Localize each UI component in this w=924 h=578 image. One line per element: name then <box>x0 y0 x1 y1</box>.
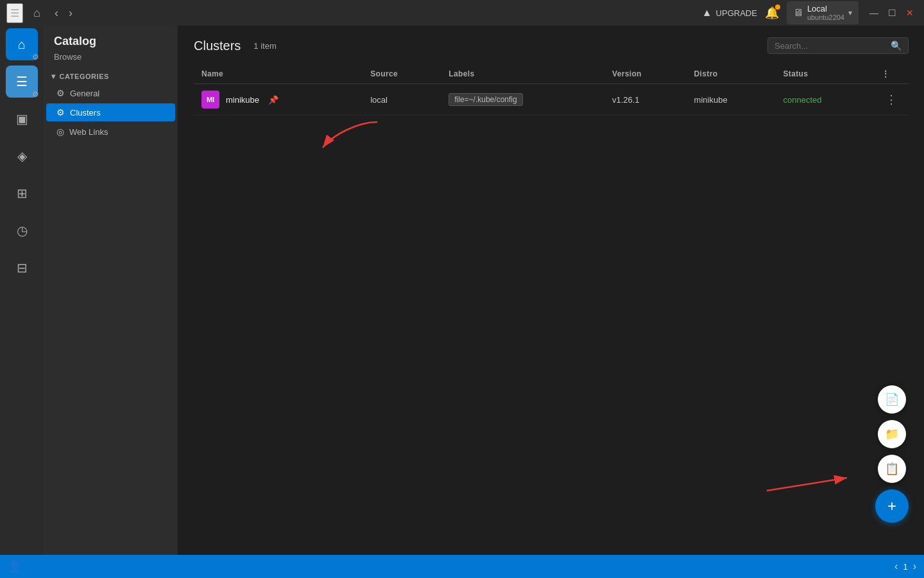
rail-item-5[interactable]: ⊟ <box>6 252 38 284</box>
upgrade-icon: ▲ <box>702 7 712 19</box>
sidebar-item-clusters[interactable]: ⚙ Clusters <box>46 103 175 121</box>
content-area: Clusters 1 item 🔍 Name Source Labels <box>178 26 924 555</box>
sidebar-item-general-label: General <box>70 89 99 98</box>
sidebar-item-weblinks[interactable]: ◎ Web Links <box>46 123 175 141</box>
sidebar-item-general[interactable]: ⚙ General <box>46 84 175 102</box>
next-page-button[interactable]: › <box>913 561 916 572</box>
search-input[interactable] <box>774 41 887 51</box>
rail-item-catalog[interactable]: ☰ ⚙ <box>6 66 38 98</box>
content-count: 1 item <box>253 41 276 51</box>
fab-document-button[interactable]: 📄 <box>878 385 906 414</box>
apps-icon: ⊞ <box>17 186 28 201</box>
maximize-button[interactable]: ☐ <box>884 5 900 21</box>
nav-controls: ‹ › <box>51 5 76 21</box>
minimize-button[interactable]: — <box>866 5 882 21</box>
status-badge: connected <box>783 95 822 105</box>
monitor-icon: 🖥 <box>793 7 803 19</box>
topbar: ☰ ⌂ ‹ › ▲ UPGRADE 🔔 🖥 Local ubuntu2204 ▾… <box>0 0 924 26</box>
rail-item-home[interactable]: ⌂ ⚙ <box>6 28 38 60</box>
plus-icon: + <box>887 497 896 515</box>
topbar-right: ▲ UPGRADE 🔔 🖥 Local ubuntu2204 ▾ — ☐ ✕ <box>702 1 918 25</box>
cell-name: MI minikube 📌 <box>194 84 363 116</box>
menu-icon[interactable]: ☰ <box>6 3 23 23</box>
gear-icon: ⚙ <box>56 88 65 98</box>
table-header-row: Name Source Labels Version Distro Status… <box>194 64 909 84</box>
connection-text: Local ubuntu2204 <box>807 4 844 22</box>
settings-badge: ⚙ <box>32 53 39 62</box>
clusters-icon: ⚙ <box>56 107 65 118</box>
back-button[interactable]: ‹ <box>51 5 62 21</box>
rail-item-3[interactable]: ⊞ <box>6 177 38 209</box>
clipboard-icon: 📋 <box>885 462 899 476</box>
content-title: Clusters <box>194 39 241 53</box>
connection-dropdown[interactable]: 🖥 Local ubuntu2204 ▾ <box>787 1 859 25</box>
sidebar-title: Catalog <box>44 26 178 51</box>
content-header: Clusters 1 item 🔍 <box>178 26 924 54</box>
cell-distro: minikube <box>687 84 776 116</box>
sidebar: Catalog Browse ▾ CATEGORIES ⚙ General ⚙ … <box>44 26 178 555</box>
grid-icon: ▣ <box>16 111 28 127</box>
fab-clipboard-button[interactable]: 📋 <box>878 455 906 483</box>
avatar-text: MI <box>207 96 214 103</box>
categories-header[interactable]: ▾ CATEGORIES <box>44 69 178 83</box>
connection-name: Local <box>807 4 844 14</box>
prev-page-button[interactable]: ‹ <box>894 561 898 572</box>
rail-item-2[interactable]: ◈ <box>6 140 38 172</box>
cell-status: connected <box>776 84 875 116</box>
web-icon: ◎ <box>56 127 64 137</box>
window-controls: — ☐ ✕ <box>866 5 918 21</box>
content-wrapper: Clusters 1 item 🔍 Name Source Labels <box>178 26 924 555</box>
home-icon: ⌂ <box>18 37 26 52</box>
icon-rail: ⌂ ⚙ ☰ ⚙ ▣ ◈ ⊞ ◷ ⊟ <box>0 26 44 555</box>
table-row: MI minikube 📌 local file=~/.kube/config <box>194 84 909 116</box>
close-button[interactable]: ✕ <box>902 5 918 21</box>
notification-badge <box>775 4 780 10</box>
rail-item-4[interactable]: ◷ <box>6 215 38 247</box>
connection-sub: ubuntu2204 <box>807 13 844 22</box>
import-icon: 📁 <box>885 427 899 441</box>
col-name[interactable]: Name <box>194 64 363 84</box>
table-container: Name Source Labels Version Distro Status… <box>178 54 924 555</box>
cell-more: ⋮ <box>874 84 909 116</box>
document-icon: 📄 <box>885 392 899 407</box>
categories-label: CATEGORIES <box>60 73 109 80</box>
page-number: 1 <box>903 562 907 572</box>
notification-button[interactable]: 🔔 <box>765 6 779 20</box>
bottom-bar: 👤 ‹ 1 › <box>0 555 924 578</box>
catalog-icon: ☰ <box>16 74 28 89</box>
col-version[interactable]: Version <box>604 64 687 84</box>
browse-link[interactable]: Browse <box>44 51 178 69</box>
home-button[interactable]: ⌂ <box>28 5 46 21</box>
col-labels[interactable]: Labels <box>441 64 604 84</box>
chevron-down-icon: ▾ <box>848 8 852 17</box>
upgrade-button[interactable]: ▲ UPGRADE <box>702 7 757 19</box>
label-badge: file=~/.kube/config <box>449 93 522 106</box>
main-layout: ⌂ ⚙ ☰ ⚙ ▣ ◈ ⊞ ◷ ⊟ Catalog Browse ▾ CATEG… <box>0 26 924 555</box>
col-more: ⋮ <box>874 64 909 84</box>
upgrade-label: UPGRADE <box>716 8 757 18</box>
col-status[interactable]: Status <box>776 64 875 84</box>
fab-add-button[interactable]: + <box>875 489 909 523</box>
search-icon: 🔍 <box>891 40 902 51</box>
fab-container: 📄 📁 📋 + <box>875 385 909 523</box>
clusters-table: Name Source Labels Version Distro Status… <box>194 64 909 116</box>
settings-badge-2: ⚙ <box>32 90 39 99</box>
chevron-icon: ▾ <box>51 72 56 81</box>
user-button[interactable]: 👤 <box>8 559 22 574</box>
cell-version: v1.26.1 <box>604 84 687 116</box>
row-more-button[interactable]: ⋮ <box>882 91 901 108</box>
col-distro[interactable]: Distro <box>687 64 776 84</box>
sidebar-item-weblinks-label: Web Links <box>69 127 108 137</box>
pin-icon: 📌 <box>268 95 278 105</box>
fab-import-button[interactable]: 📁 <box>878 420 906 448</box>
sidebar-item-clusters-label: Clusters <box>70 108 101 118</box>
clock-icon: ◷ <box>17 223 28 238</box>
cell-labels: file=~/.kube/config <box>441 84 604 116</box>
forward-button[interactable]: › <box>65 5 76 21</box>
layers-icon: ◈ <box>17 148 27 164</box>
rail-item-1[interactable]: ▣ <box>6 103 38 135</box>
col-source[interactable]: Source <box>363 64 441 84</box>
cluster-name: minikube <box>226 95 259 105</box>
search-box: 🔍 <box>767 37 909 54</box>
minus-icon: ⊟ <box>17 260 28 276</box>
